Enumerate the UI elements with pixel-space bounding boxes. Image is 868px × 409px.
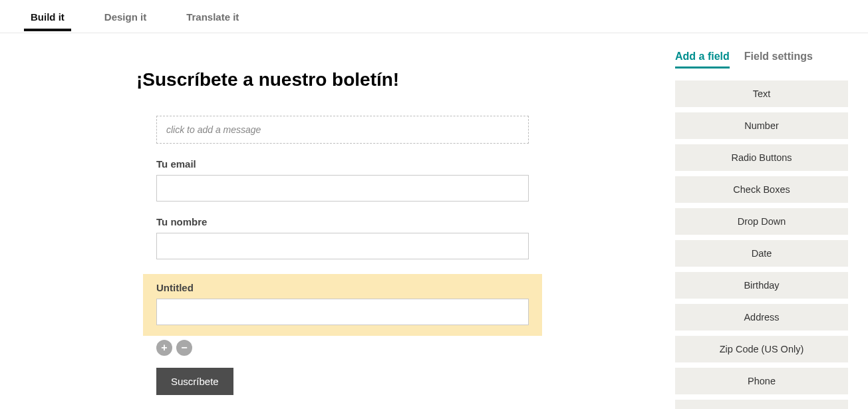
field-type-website[interactable]: Website <box>675 400 848 409</box>
plus-icon: + <box>161 342 167 353</box>
field-type-date[interactable]: Date <box>675 240 848 267</box>
form-message-placeholder[interactable]: click to add a message <box>156 116 529 144</box>
untitled-input[interactable] <box>156 299 529 325</box>
tab-build[interactable]: Build it <box>24 2 71 31</box>
sidebar-tab-add-field[interactable]: Add a field <box>675 51 730 68</box>
remove-field-button[interactable]: − <box>176 340 192 356</box>
field-type-address[interactable]: Address <box>675 304 848 331</box>
field-type-list: Text Number Radio Buttons Check Boxes Dr… <box>675 80 848 409</box>
field-type-phone[interactable]: Phone <box>675 368 848 394</box>
field-label: Tu nombre <box>156 216 529 227</box>
field-untitled: Untitled <box>156 282 529 325</box>
tab-translate[interactable]: Translate it <box>180 2 245 31</box>
field-type-radio-buttons[interactable]: Radio Buttons <box>675 144 848 171</box>
name-input[interactable] <box>156 233 529 259</box>
sidebar-tab-field-settings[interactable]: Field settings <box>744 51 813 68</box>
main-area: ¡Suscríbete a nuestro boletín! click to … <box>0 33 868 409</box>
field-email[interactable]: Tu email <box>156 158 529 202</box>
field-label: Tu email <box>156 158 529 170</box>
field-label: Untitled <box>156 282 529 293</box>
field-type-number[interactable]: Number <box>675 112 848 139</box>
field-type-birthday[interactable]: Birthday <box>675 272 848 299</box>
field-type-zip-code[interactable]: Zip Code (US Only) <box>675 336 848 362</box>
sidebar-tabs: Add a field Field settings <box>675 51 848 68</box>
minus-icon: − <box>181 342 187 353</box>
field-name[interactable]: Tu nombre <box>156 216 529 259</box>
field-actions: + − <box>156 340 649 356</box>
submit-button[interactable]: Suscríbete <box>156 368 233 395</box>
form-canvas: ¡Suscríbete a nuestro boletín! click to … <box>0 47 675 409</box>
sidebar: Add a field Field settings Text Number R… <box>675 47 868 409</box>
selected-field-wrap[interactable]: Untitled <box>143 274 542 336</box>
field-type-text[interactable]: Text <box>675 80 848 107</box>
form-title[interactable]: ¡Suscríbete a nuestro boletín! <box>136 69 649 90</box>
add-field-button[interactable]: + <box>156 340 172 356</box>
field-type-check-boxes[interactable]: Check Boxes <box>675 176 848 203</box>
tab-design[interactable]: Design it <box>98 2 153 31</box>
top-tabs: Build it Design it Translate it <box>0 0 868 33</box>
email-input[interactable] <box>156 175 529 202</box>
field-type-drop-down[interactable]: Drop Down <box>675 208 848 235</box>
